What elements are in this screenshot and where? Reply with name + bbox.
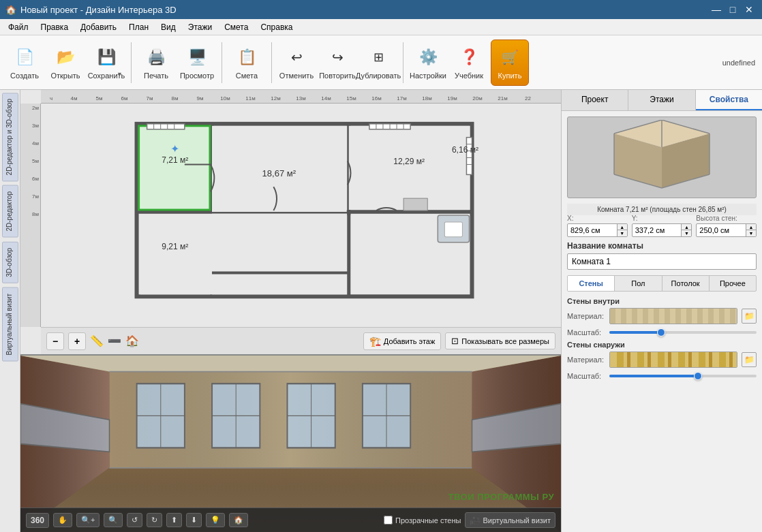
tab-project[interactable]: Проект bbox=[562, 90, 628, 110]
rotate-left-button[interactable]: ↺ bbox=[127, 513, 142, 527]
tilt-up-button[interactable]: ⬆ bbox=[166, 513, 182, 527]
walls-inside-folder-button[interactable]: 📁 bbox=[742, 309, 757, 324]
menu-help[interactable]: Справка bbox=[255, 21, 298, 33]
mat-tab-other[interactable]: Прочее bbox=[710, 276, 756, 291]
save-button[interactable]: 💾 Сохранить ▼ bbox=[87, 40, 125, 86]
tilt-down-button[interactable]: ⬇ bbox=[186, 513, 202, 527]
buy-button[interactable]: 🛒 Купить bbox=[491, 40, 529, 86]
zoom-out-button[interactable]: − bbox=[46, 332, 64, 350]
room-preview-label: Комната 7,21 м² (площадь стен 26,85 м²) bbox=[567, 204, 757, 215]
home-3d-button[interactable]: 🏠 bbox=[229, 513, 248, 527]
divider2 bbox=[222, 42, 222, 83]
material-label-1: Материал: bbox=[567, 312, 605, 320]
pos-x-up[interactable]: ▲ bbox=[618, 224, 627, 230]
ruler-mark: 18м bbox=[414, 95, 440, 101]
plan-canvas[interactable]: 7,21 м² 18,67 м² 12,29 м² 6,16 м² 9,21 м… bbox=[41, 104, 561, 327]
virtual-visit-button[interactable]: 🎥 Виртуальный визит bbox=[465, 512, 555, 528]
rotate-right-button[interactable]: ↻ bbox=[147, 513, 162, 527]
room-preview-svg bbox=[594, 120, 730, 195]
360-view-button[interactable]: 360 bbox=[26, 513, 49, 528]
tab-floors[interactable]: Этажи bbox=[628, 90, 695, 110]
mat-tab-floor[interactable]: Пол bbox=[615, 276, 662, 291]
add-floor-button[interactable]: 🏗️ Добавить этаж bbox=[363, 332, 441, 350]
ruler-mark: 4м bbox=[61, 95, 87, 101]
walls-inside-swatch[interactable] bbox=[609, 308, 737, 324]
walls-outside-folder-button[interactable]: 📁 bbox=[742, 352, 757, 367]
menu-plan[interactable]: План bbox=[123, 21, 154, 33]
menu-floors[interactable]: Этажи bbox=[183, 21, 217, 33]
tab-properties[interactable]: Свойства bbox=[696, 90, 762, 110]
settings-label: Настройки bbox=[410, 72, 446, 80]
walls-inside-slider[interactable] bbox=[609, 331, 757, 334]
sidebar-tab-2d3d[interactable]: 2D-редактор и 3D-обзор bbox=[2, 93, 18, 181]
tutorial-button[interactable]: ❓ Учебник bbox=[450, 40, 488, 86]
show-dimensions-button[interactable]: ⊡ Показывать все размеры bbox=[445, 332, 555, 349]
ruler-mark: 8м bbox=[162, 95, 187, 101]
menu-edit[interactable]: Правка bbox=[35, 21, 74, 33]
save-dropdown-arrow[interactable]: ▼ bbox=[117, 71, 123, 78]
create-button[interactable]: 📄 Создать bbox=[5, 40, 44, 86]
estimate-button[interactable]: 📋 Смета bbox=[228, 40, 266, 86]
preview-icon: 🖥️ bbox=[185, 45, 209, 69]
walls-inside-slider-thumb[interactable] bbox=[657, 328, 665, 337]
pos-y-up[interactable]: ▲ bbox=[682, 224, 691, 230]
pos-y-down[interactable]: ▼ bbox=[682, 230, 691, 236]
light-button[interactable]: 💡 bbox=[206, 513, 225, 527]
pos-wall-input[interactable] bbox=[697, 225, 746, 236]
ruler-mark: 9м bbox=[187, 95, 213, 101]
virtual-visit-label: Виртуальный визит bbox=[483, 516, 551, 525]
transparent-walls-checkbox-label[interactable]: Прозрачные стены bbox=[384, 516, 461, 525]
menu-estimate[interactable]: Смета bbox=[219, 21, 254, 33]
pan-tool-button[interactable]: ✋ bbox=[53, 513, 72, 527]
ruler-mark: 19м bbox=[440, 95, 465, 101]
walls-inside-scale-row: Масштаб: bbox=[567, 328, 757, 337]
divider4 bbox=[403, 42, 403, 83]
sidebar-tab-3d[interactable]: 3D-обзор bbox=[2, 242, 18, 283]
divider3 bbox=[271, 42, 272, 83]
maximize-button[interactable]: □ bbox=[725, 3, 740, 16]
sidebar-tab-vvisit[interactable]: Виртуальный визит bbox=[2, 287, 18, 362]
zoom-out-3d-button[interactable]: 🔍 bbox=[104, 513, 123, 527]
view-3d-bottom: 360 ✋ 🔍+ 🔍 ↺ ↻ ⬆ ⬇ 💡 🏠 Прозрачные стены … bbox=[20, 507, 561, 532]
walls-outside-swatch[interactable] bbox=[609, 351, 737, 368]
walls-inside-slider-fill bbox=[609, 331, 661, 334]
pos-wall-up[interactable]: ▲ bbox=[746, 224, 756, 230]
open-button[interactable]: 📂 Открыть bbox=[46, 40, 85, 86]
preview-button[interactable]: 🖥️ Просмотр bbox=[178, 40, 216, 86]
pos-x-input[interactable] bbox=[568, 225, 617, 236]
measure-tool[interactable]: 📏 bbox=[90, 334, 104, 347]
menu-add[interactable]: Добавить bbox=[75, 21, 122, 33]
sidebar-tab-2d[interactable]: 2D-редактор bbox=[2, 185, 18, 238]
minus-tool[interactable]: ➖ bbox=[108, 334, 121, 347]
room-name-input[interactable] bbox=[567, 253, 757, 270]
mat-tab-walls[interactable]: Стены bbox=[568, 276, 615, 291]
transparent-walls-checkbox[interactable] bbox=[384, 516, 393, 525]
menu-view[interactable]: Вид bbox=[155, 21, 181, 33]
pos-y-spinners: ▲ ▼ bbox=[681, 224, 691, 236]
undo-button[interactable]: ↩ Отменить bbox=[277, 40, 316, 86]
minimize-button[interactable]: — bbox=[709, 3, 724, 16]
menu-file[interactable]: Файл bbox=[3, 21, 34, 33]
duplicate-button[interactable]: ⊞ Дублировать bbox=[359, 40, 397, 86]
pos-x-down[interactable]: ▼ bbox=[618, 230, 627, 236]
walls-outside-slider-thumb[interactable] bbox=[694, 372, 702, 380]
open-label: Открыть bbox=[50, 72, 80, 80]
print-button[interactable]: 🖨️ Печать bbox=[137, 40, 175, 86]
preview-label: Просмотр bbox=[180, 72, 214, 80]
walls-outside-slider[interactable] bbox=[609, 375, 757, 377]
home-tool[interactable]: 🏠 bbox=[125, 334, 139, 347]
walls-inside-swatch-texture bbox=[610, 309, 737, 324]
settings-button[interactable]: ⚙️ Настройки bbox=[409, 40, 447, 86]
pos-y-input[interactable] bbox=[633, 225, 682, 236]
ruler-left: 2м 3м 4м 5м 6м 7м 8м bbox=[20, 104, 41, 327]
zoom-in-3d-button[interactable]: 🔍+ bbox=[76, 513, 100, 527]
mat-tab-ceiling[interactable]: Потолок bbox=[662, 276, 710, 291]
svg-marker-50 bbox=[20, 356, 561, 372]
close-button[interactable]: ✕ bbox=[742, 3, 757, 16]
redo-button[interactable]: ↪ Повторить bbox=[318, 40, 356, 86]
ruler-mark-left: 8м bbox=[32, 211, 39, 217]
pos-wall-down[interactable]: ▼ bbox=[746, 230, 756, 236]
zoom-in-button[interactable]: + bbox=[68, 332, 86, 350]
ruler-mark-left: 7м bbox=[32, 193, 39, 200]
tvoi-logo: ТВОИ ПРОГРАММЫ РУ bbox=[448, 492, 554, 502]
